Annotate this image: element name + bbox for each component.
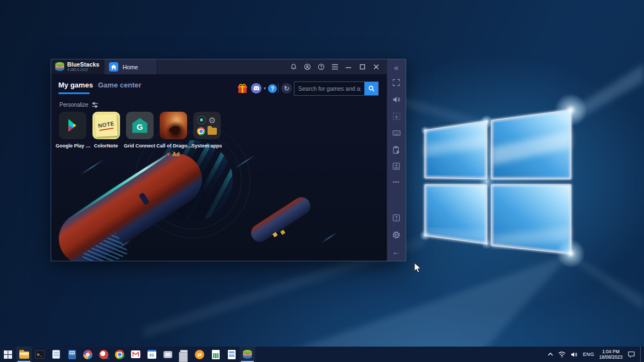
tab-game-center[interactable]: Game center [98, 81, 141, 89]
red-spaceship-art [51, 144, 212, 261]
sync-icon[interactable]: ↻ [281, 83, 292, 94]
close-icon[interactable] [372, 63, 380, 71]
gear-mini-icon: ⚙ [209, 116, 216, 124]
chrome-mini-icon [197, 127, 205, 135]
app-google-play[interactable]: Google Play … [56, 112, 89, 149]
taskbar-file-explorer-icon[interactable] [16, 347, 32, 362]
taskbar-utility-app-2-icon[interactable] [176, 347, 192, 362]
install-apk-icon[interactable] [387, 160, 406, 173]
screen: BlueStacks 4.280.0.1022 Home [0, 0, 644, 362]
fullscreen-icon[interactable] [387, 76, 406, 89]
keyboard-controls-icon[interactable] [387, 126, 406, 139]
hidden-icons-chevron-icon[interactable] [548, 353, 553, 356]
help-panel-icon[interactable] [387, 211, 406, 224]
system-tray: ENG 1:04 PM 18/08/2023 [548, 347, 644, 362]
personalize-label: Personalize [59, 102, 88, 108]
discord-caret-icon[interactable]: ▾ [262, 84, 268, 92]
app-label: Grid Connect [123, 143, 156, 149]
side-toolbar: « ••• [387, 59, 406, 261]
tray-date: 18/08/2023 [599, 354, 623, 360]
active-tab-underline [58, 92, 90, 94]
folder-mini-icon [208, 128, 217, 135]
system-apps-icon: ⚙ [193, 112, 221, 139]
rewards-help-icon[interactable]: ? [268, 84, 277, 93]
menu-icon[interactable] [331, 63, 339, 71]
clock[interactable]: 1:04 PM 18/08/2023 [599, 349, 623, 360]
taskbar-file-sync-icon[interactable]: ⇄ [192, 347, 208, 362]
taskbar-apps: >_ 31 ⇄ [0, 347, 255, 362]
app-title: BlueStacks [67, 62, 100, 67]
ad-badge: ♥ Ad [156, 151, 190, 157]
window-controls [290, 59, 387, 74]
macro-recorder-icon[interactable] [387, 143, 406, 156]
speaker-icon[interactable] [571, 352, 578, 358]
tray-time: 1:04 PM [599, 349, 623, 354]
titlebar: BlueStacks 4.280.0.1022 Home [51, 59, 387, 74]
tab-home[interactable]: Home [105, 59, 157, 74]
header-divider [278, 84, 279, 93]
app-label: Google Play … [56, 143, 89, 149]
sliders-icon [92, 102, 98, 108]
taskbar-chrome-icon[interactable] [112, 347, 128, 362]
colornote-icon: NOTE [92, 112, 120, 139]
heart-icon: ♥ [167, 151, 171, 157]
back-icon[interactable]: ← [387, 245, 406, 258]
gift-icon[interactable] [237, 83, 248, 94]
app-label: System apps [190, 143, 223, 149]
taskbar-bluestacks-icon[interactable] [239, 347, 255, 362]
app-system-apps[interactable]: ⚙ System apps [190, 112, 223, 149]
small-spaceship-art [248, 194, 314, 245]
taskbar-calculator-icon[interactable] [64, 347, 80, 362]
start-button[interactable] [0, 347, 16, 362]
maximize-icon[interactable] [358, 63, 366, 71]
volume-icon[interactable] [387, 93, 406, 106]
personalize-control[interactable]: Personalize [59, 102, 98, 108]
taskbar-command-prompt-icon[interactable]: >_ [32, 347, 48, 362]
tab-my-games[interactable]: My games [58, 81, 93, 89]
app-brand: BlueStacks 4.280.0.1022 [51, 59, 105, 74]
search-button[interactable] [364, 82, 378, 95]
app-colornote[interactable]: NOTE ColorNote [89, 112, 123, 149]
taskbar-utility-app-1-icon[interactable] [160, 347, 176, 362]
search-input[interactable] [294, 82, 364, 95]
language-indicator[interactable]: ENG [583, 352, 594, 357]
grid-connect-letter: G [137, 123, 143, 131]
home-icon [109, 62, 118, 72]
tab-home-label: Home [123, 64, 138, 70]
taskbar: >_ 31 ⇄ [0, 347, 644, 362]
discord-icon[interactable] [251, 83, 261, 94]
home-content: My games Game center ▾ ? ↻ [51, 74, 387, 261]
bluestacks-window: BlueStacks 4.280.0.1022 Home [51, 59, 406, 261]
settings-gear-icon[interactable] [387, 228, 406, 242]
search-box [294, 81, 379, 96]
app-call-of-dragons[interactable]: Call of Drago… ♥ Ad [156, 112, 190, 157]
app-version: 4.280.0.1022 [67, 67, 100, 72]
app-grid-connect[interactable]: G Grid Connect [123, 112, 156, 149]
taskbar-notepad-icon[interactable] [48, 347, 64, 362]
multi-instance-icon[interactable] [387, 109, 406, 123]
notifications-bell-icon[interactable] [290, 63, 297, 71]
grid-connect-icon: G [126, 112, 154, 139]
help-icon[interactable] [317, 63, 325, 71]
ad-label: Ad [172, 151, 179, 157]
bluestacks-logo-icon [55, 62, 64, 72]
more-options-icon[interactable]: ••• [387, 175, 406, 189]
app-label: ColorNote [89, 143, 123, 149]
call-of-dragons-icon [160, 112, 187, 139]
minimize-icon[interactable] [345, 63, 352, 71]
app-label: Call of Drago… [156, 143, 190, 149]
account-icon[interactable] [303, 63, 311, 71]
collapse-sidebar-icon[interactable]: « [387, 61, 406, 74]
taskbar-paint-icon[interactable] [80, 347, 96, 362]
show-desktop-button[interactable] [640, 347, 643, 362]
taskbar-google-calendar-icon[interactable]: 31 [144, 347, 160, 362]
action-center-icon[interactable] [627, 350, 635, 358]
camera-mini-icon [197, 116, 206, 124]
google-play-icon [59, 112, 86, 139]
space-artwork [51, 74, 387, 261]
taskbar-screen-capture-icon[interactable] [96, 347, 112, 362]
taskbar-gmail-icon[interactable] [128, 347, 144, 362]
network-wifi-icon[interactable] [558, 352, 566, 358]
taskbar-libreoffice-calc-icon[interactable] [208, 347, 223, 362]
taskbar-libreoffice-writer-icon[interactable] [223, 347, 239, 362]
